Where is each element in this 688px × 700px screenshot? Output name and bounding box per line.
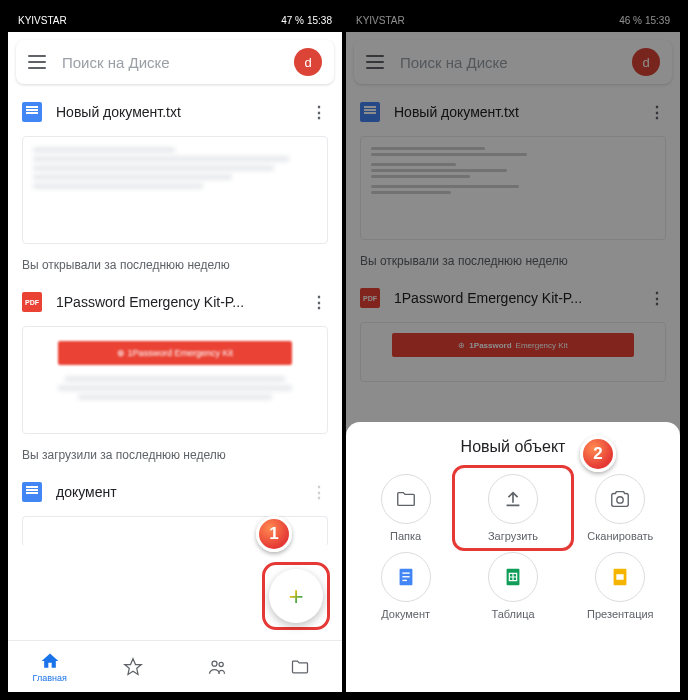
more-icon[interactable]: ⋮ [310,103,328,121]
search-placeholder: Поиск на Диске [400,54,632,71]
svg-rect-6 [402,580,407,581]
svg-rect-4 [402,572,409,573]
status-bar: KYIVSTAR 47 % 15:38 [8,8,342,32]
section-uploaded: Вы загрузили за последнюю неделю [8,442,342,472]
people-icon [207,657,227,677]
more-icon[interactable]: ⋮ [648,103,666,121]
file-name: Новый документ.txt [56,104,310,120]
file-row[interactable]: PDF 1Password Emergency Kit-P... ⋮ [8,282,342,322]
more-icon[interactable]: ⋮ [648,289,666,307]
svg-rect-5 [402,576,409,577]
bottom-nav: Главная [8,640,342,692]
status-bar: KYIVSTAR 46 % 15:39 [346,8,680,32]
nav-starred[interactable] [92,641,176,692]
svg-point-1 [219,662,223,666]
docs-icon [395,566,417,588]
file-preview[interactable] [22,136,328,244]
folder-icon [395,488,417,510]
pdf-icon: PDF [22,292,42,312]
hamburger-icon[interactable] [28,55,46,69]
option-label: Презентация [587,608,653,620]
pdf-preview-header: ⊕1PasswordEmergency Kit [392,333,633,357]
option-label: Сканировать [587,530,653,542]
callout-badge-2: 2 [580,436,616,472]
plus-icon: + [288,581,303,612]
svg-point-2 [617,497,623,503]
folder-icon [290,657,310,677]
sheet-option-folder[interactable]: Папка [354,474,457,542]
section-opened: Вы открывали за последнюю неделю [346,248,680,278]
doc-icon [22,102,42,122]
file-name: Новый документ.txt [394,104,648,120]
search-bar[interactable]: Поиск на Диске d [354,40,672,84]
file-row[interactable]: Новый документ.txt ⋮ [346,92,680,132]
callout-badge-1: 1 [256,516,292,552]
nav-shared[interactable] [175,641,259,692]
sheet-option-upload[interactable]: Загрузить [461,474,564,542]
file-preview[interactable]: ⊕1PasswordEmergency Kit [360,322,666,382]
file-row[interactable]: Новый документ.txt ⋮ [8,92,342,132]
search-bar[interactable]: Поиск на Диске d [16,40,334,84]
sheet-option-slides[interactable]: Презентация [569,552,672,620]
home-icon [40,651,60,671]
section-opened: Вы открывали за последнюю неделю [8,252,342,282]
time-label: 15:38 [307,15,332,26]
sheets-icon [502,566,524,588]
file-preview[interactable]: ⊕ 1Password Emergency Kit [22,326,328,434]
file-name: 1Password Emergency Kit-P... [394,290,648,306]
nav-label: Главная [33,673,67,683]
sheet-option-sheet[interactable]: Таблица [461,552,564,620]
search-placeholder: Поиск на Диске [62,54,294,71]
battery-label: 46 % [619,15,642,26]
file-name: документ [56,484,310,500]
file-row[interactable]: документ ⋮ [8,472,342,512]
pdf-preview-header: ⊕ 1Password Emergency Kit [58,341,293,365]
pdf-icon: PDF [360,288,380,308]
doc-icon [22,482,42,502]
highlight-box-1: + [262,562,330,630]
option-label: Папка [390,530,421,542]
more-icon[interactable]: ⋮ [310,483,328,501]
battery-label: 47 % [281,15,304,26]
carrier-label: KYIVSTAR [356,15,405,26]
hamburger-icon[interactable] [366,55,384,69]
phone-screen-left: KYIVSTAR 47 % 15:38 Поиск на Диске d Нов… [8,8,342,692]
svg-rect-9 [617,574,624,580]
option-label: Таблица [491,608,534,620]
sheet-option-scan[interactable]: Сканировать [569,474,672,542]
bottom-sheet: Новый объект Папка Загрузить Сканировать… [346,422,680,692]
file-row[interactable]: PDF 1Password Emergency Kit-P... ⋮ [346,278,680,318]
star-icon [123,657,143,677]
phone-screen-right: KYIVSTAR 46 % 15:39 Поиск на Диске d Нов… [346,8,680,692]
account-avatar[interactable]: d [632,48,660,76]
highlight-box-2: Загрузить [452,465,573,551]
slides-icon [609,566,631,588]
option-label: Загрузить [488,530,538,542]
svg-point-0 [212,661,217,666]
fab-button[interactable]: + [269,569,323,623]
sheet-title: Новый объект [354,438,672,456]
file-name: 1Password Emergency Kit-P... [56,294,310,310]
option-label: Документ [381,608,430,620]
account-avatar[interactable]: d [294,48,322,76]
carrier-label: KYIVSTAR [18,15,67,26]
time-label: 15:39 [645,15,670,26]
camera-icon [609,488,631,510]
sheet-option-doc[interactable]: Документ [354,552,457,620]
nav-files[interactable] [259,641,343,692]
file-preview[interactable] [360,136,666,240]
nav-home[interactable]: Главная [8,641,92,692]
doc-icon [360,102,380,122]
more-icon[interactable]: ⋮ [310,293,328,311]
upload-icon [502,488,524,510]
